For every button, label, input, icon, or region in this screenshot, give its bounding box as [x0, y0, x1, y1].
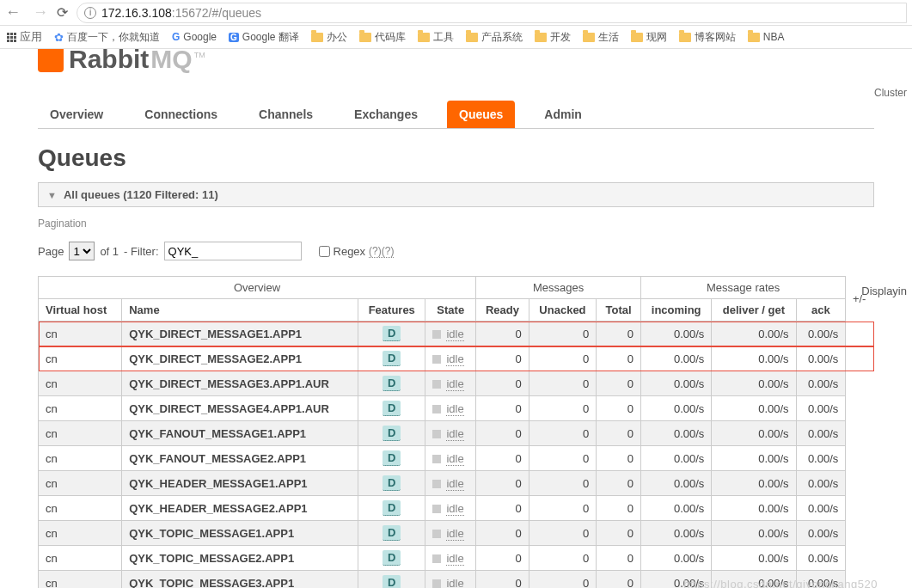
table-row[interactable]: cnQYK_TOPIC_MESSAGE2.APP1Didle0000.00/s0…	[39, 546, 875, 571]
table-row[interactable]: cnQYK_FANOUT_MESSAGE2.APP1Didle0000.00/s…	[39, 446, 875, 471]
col-header[interactable]: Total	[597, 299, 641, 322]
bookmark-item[interactable]: 开发	[535, 30, 571, 45]
table-row[interactable]: cnQYK_HEADER_MESSAGE1.APP1Didle0000.00/s…	[39, 471, 875, 496]
cell-queue-name[interactable]: QYK_DIRECT_MESSAGE4.APP1.AUR	[122, 396, 358, 421]
table-row[interactable]: cnQYK_TOPIC_MESSAGE3.APP1Didle0000.00/s0…	[39, 571, 875, 589]
cell-vhost: cn	[39, 521, 122, 546]
bookmark-item[interactable]: 办公	[311, 30, 347, 45]
cell-features: D	[358, 421, 425, 446]
table-row[interactable]: cnQYK_DIRECT_MESSAGE1.APP1Didle0000.00/s…	[39, 322, 875, 346]
cell-incoming: 0.00/s	[641, 496, 712, 521]
durable-badge: D	[383, 550, 401, 566]
cell-unacked: 0	[529, 471, 596, 496]
col-header[interactable]: State	[425, 299, 476, 322]
col-header[interactable]: incoming	[641, 299, 712, 322]
bookmark-item[interactable]: GGoogle	[172, 31, 217, 43]
cell-deliver-get: 0.00/s	[712, 421, 796, 446]
cell-queue-name[interactable]: QYK_TOPIC_MESSAGE1.APP1	[122, 521, 358, 546]
table-row[interactable]: cnQYK_DIRECT_MESSAGE4.APP1.AURDidle0000.…	[39, 396, 875, 421]
cell-deliver-get: 0.00/s	[712, 521, 796, 546]
tab-admin[interactable]: Admin	[532, 101, 594, 128]
site-info-icon[interactable]: i	[84, 7, 96, 19]
cell-total: 0	[597, 546, 641, 571]
col-group: Messages	[476, 277, 641, 299]
regex-hint[interactable]: (?)(?)	[369, 245, 394, 258]
col-header[interactable]: ack	[796, 299, 846, 322]
cell-queue-name[interactable]: QYK_TOPIC_MESSAGE3.APP1	[122, 571, 358, 589]
bookmark-item[interactable]: 产品系统	[466, 30, 523, 45]
tab-queues[interactable]: Queues	[447, 101, 515, 128]
cell-queue-name[interactable]: QYK_DIRECT_MESSAGE3.APP1.AUR	[122, 371, 358, 396]
bookmark-item[interactable]: 工具	[418, 30, 454, 45]
col-header[interactable]: Virtual host	[39, 299, 122, 322]
state-dot-icon	[432, 505, 441, 513]
cell-state: idle	[425, 322, 476, 346]
cell-features: D	[358, 546, 425, 571]
reload-icon[interactable]: ⟳	[57, 4, 68, 21]
forward-icon[interactable]: →	[33, 3, 48, 21]
cell-ready: 0	[476, 421, 529, 446]
bookmark-item[interactable]: 生活	[583, 30, 619, 45]
bookmark-item[interactable]: 代码库	[359, 30, 406, 45]
page-select[interactable]: 1	[69, 242, 95, 260]
col-header[interactable]: Unacked	[529, 299, 596, 322]
filter-input[interactable]	[164, 242, 302, 260]
cell-queue-name[interactable]: QYK_FANOUT_MESSAGE1.APP1	[122, 421, 358, 446]
folder-icon	[311, 33, 323, 42]
apps-button[interactable]: 应用	[7, 29, 42, 45]
folder-icon	[418, 33, 430, 42]
cell-queue-name[interactable]: QYK_TOPIC_MESSAGE2.APP1	[122, 546, 358, 571]
cluster-label: Cluster	[874, 87, 907, 99]
back-icon[interactable]: ←	[5, 3, 21, 21]
bookmark-item[interactable]: GGoogle 翻译	[229, 30, 299, 45]
cell-state: idle	[425, 471, 476, 496]
col-header[interactable]: deliver / get	[712, 299, 796, 322]
cell-features: D	[358, 571, 425, 589]
table-row[interactable]: cnQYK_HEADER_MESSAGE2.APP1Didle0000.00/s…	[39, 496, 875, 521]
tab-channels[interactable]: Channels	[247, 101, 325, 128]
cell-queue-name[interactable]: QYK_FANOUT_MESSAGE2.APP1	[122, 446, 358, 471]
cell-ack: 0.00/s	[796, 546, 846, 571]
state-dot-icon	[432, 530, 441, 538]
cell-incoming: 0.00/s	[641, 546, 712, 571]
regex-checkbox[interactable]	[319, 246, 330, 257]
bookmark-item[interactable]: 现网	[631, 30, 667, 45]
add-remove-columns[interactable]: +/-	[846, 277, 874, 322]
displaying-label: Displayin	[861, 285, 907, 297]
cell-features: D	[358, 396, 425, 421]
cell-queue-name[interactable]: QYK_HEADER_MESSAGE1.APP1	[122, 471, 358, 496]
tab-connections[interactable]: Connections	[132, 101, 230, 128]
bookmark-item[interactable]: ✿百度一下，你就知道	[54, 30, 160, 45]
cell-features: D	[358, 322, 425, 346]
folder-icon	[583, 33, 595, 42]
bookmark-item[interactable]: NBA	[748, 31, 785, 43]
col-header[interactable]: Ready	[476, 299, 529, 322]
cell-queue-name[interactable]: QYK_HEADER_MESSAGE2.APP1	[122, 496, 358, 521]
page-of: of 1	[100, 245, 119, 258]
address-bar[interactable]: i 172.16.3.108:15672/#/queues	[77, 3, 907, 23]
cell-total: 0	[597, 421, 641, 446]
table-row[interactable]: cnQYK_TOPIC_MESSAGE1.APP1Didle0000.00/s0…	[39, 521, 875, 546]
table-row[interactable]: cnQYK_DIRECT_MESSAGE3.APP1.AURDidle0000.…	[39, 371, 875, 396]
cell-deliver-get: 0.00/s	[712, 346, 796, 371]
section-all-queues[interactable]: ▼ All queues (1120 Filtered: 11)	[38, 182, 874, 207]
tab-overview[interactable]: Overview	[38, 101, 115, 128]
state-dot-icon	[432, 480, 441, 488]
col-header[interactable]: Features	[358, 299, 425, 322]
state-dot-icon	[432, 554, 441, 563]
table-row[interactable]: cnQYK_DIRECT_MESSAGE2.APP1Didle0000.00/s…	[39, 346, 875, 371]
table-row[interactable]: cnQYK_FANOUT_MESSAGE1.APP1Didle0000.00/s…	[39, 421, 875, 446]
cell-queue-name[interactable]: QYK_DIRECT_MESSAGE1.APP1	[122, 322, 358, 346]
tab-exchanges[interactable]: Exchanges	[342, 101, 430, 128]
cell-total: 0	[597, 521, 641, 546]
google-translate-icon: G	[229, 33, 239, 42]
cell-queue-name[interactable]: QYK_DIRECT_MESSAGE2.APP1	[122, 346, 358, 371]
bookmark-item[interactable]: 博客网站	[679, 30, 736, 45]
cell-ack: 0.00/s	[796, 571, 846, 589]
cell-vhost: cn	[39, 322, 122, 346]
cell-unacked: 0	[529, 496, 596, 521]
col-header[interactable]: Name	[122, 299, 358, 322]
cell-ack: 0.00/s	[796, 446, 846, 471]
rabbitmq-logo: Rabbit MQ TM	[38, 49, 912, 80]
cell-incoming: 0.00/s	[641, 446, 712, 471]
